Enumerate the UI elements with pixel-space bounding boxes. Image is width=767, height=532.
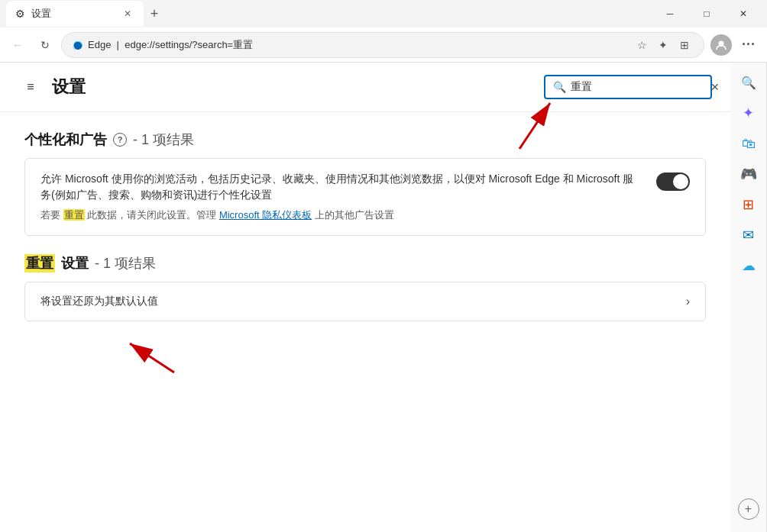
sub-text-suffix: 上的其他广告设置 <box>315 209 394 221</box>
search-icon: 🔍 <box>553 81 566 93</box>
toolbar-icons: ··· <box>709 33 761 57</box>
titlebar: ⚙ 设置 ✕ + ─ □ ✕ <box>0 0 767 27</box>
account-icon[interactable] <box>709 33 733 57</box>
section-personalization-label: 个性化和广告 <box>24 131 107 149</box>
profile-button[interactable] <box>710 34 732 56</box>
personalization-main-text: 允许 Microsoft 使用你的浏览活动，包括历史记录、收藏夹、使用情况和其他… <box>40 171 644 203</box>
sub-text-prefix: 若要 <box>40 209 60 221</box>
rail-outlook-button[interactable]: ✉ <box>735 221 762 249</box>
personalization-toggle[interactable] <box>656 172 690 191</box>
main-layout: ≡ 设置 🔍 ✕ 个性化和广告 ? - 1 项结果 <box>0 63 767 532</box>
settings-header: ≡ 设置 🔍 ✕ <box>0 63 730 112</box>
minimize-button[interactable]: ─ <box>652 0 688 27</box>
reset-chevron-icon: › <box>686 295 690 308</box>
section-personalization: 个性化和广告 ? - 1 项结果 允许 Microsoft 使用你的浏览活动，包… <box>24 131 706 236</box>
personalization-card-text: 允许 Microsoft 使用你的浏览活动，包括历史记录、收藏夹、使用情况和其他… <box>40 171 656 223</box>
favorites-icon[interactable]: ☆ <box>632 35 652 55</box>
rail-shop-button[interactable]: 🛍 <box>735 130 762 157</box>
section-reset-highlight: 重置 <box>24 254 55 272</box>
address-actions: ☆ ✦ ⊞ <box>632 35 694 55</box>
settings-body-wrapper: 个性化和广告 ? - 1 项结果 允许 Microsoft 使用你的浏览活动，包… <box>0 112 730 340</box>
privacy-dashboard-link[interactable]: Microsoft 隐私仪表板 <box>219 209 312 221</box>
tab-title: 设置 <box>31 7 51 21</box>
back-button[interactable]: ← <box>6 34 29 56</box>
search-input[interactable] <box>571 81 704 93</box>
tab-settings-icon: ⚙ <box>15 8 25 20</box>
personalization-sub-text: 若要 重置 此数据，请关闭此设置。管理 Microsoft 隐私仪表板 上的其他… <box>40 208 644 223</box>
more-button[interactable]: ··· <box>736 33 761 57</box>
settings-title: 设置 <box>52 76 86 98</box>
personalization-card-row: 允许 Microsoft 使用你的浏览活动，包括历史记录、收藏夹、使用情况和其他… <box>40 171 690 223</box>
rail-add-button[interactable]: + <box>738 498 759 520</box>
window-controls: ─ □ ✕ <box>652 0 761 27</box>
search-clear-button[interactable]: ✕ <box>709 79 721 95</box>
settings-body: 个性化和广告 ? - 1 项结果 允许 Microsoft 使用你的浏览活动，包… <box>0 112 730 340</box>
section-reset-label: 设置 <box>61 254 89 272</box>
maximize-button[interactable]: □ <box>689 0 724 27</box>
rail-copilot-button[interactable]: ✦ <box>735 99 762 127</box>
rail-search-button[interactable]: 🔍 <box>735 69 762 96</box>
address-url: edge://settings/?search=重置 <box>125 39 253 50</box>
section-personalization-title: 个性化和广告 ? - 1 项结果 <box>24 131 706 149</box>
refresh-button[interactable]: ↻ <box>34 34 57 56</box>
section-reset-result: - 1 项结果 <box>95 254 156 272</box>
menu-button[interactable]: ≡ <box>18 75 43 99</box>
sub-text-highlight: 重置 <box>63 209 85 221</box>
close-button[interactable]: ✕ <box>726 0 761 27</box>
section-personalization-result: - 1 项结果 <box>133 131 194 149</box>
personalization-card: 允许 Microsoft 使用你的浏览活动，包括历史记录、收藏夹、使用情况和其他… <box>24 158 706 236</box>
rail-games-button[interactable]: 🎮 <box>735 160 762 188</box>
address-field[interactable]: Edge | edge://settings/?search=重置 ☆ ✦ ⊞ <box>61 32 704 58</box>
settings-content: ≡ 设置 🔍 ✕ 个性化和广告 ? - 1 项结果 <box>0 63 730 532</box>
active-tab[interactable]: ⚙ 设置 ✕ <box>6 1 144 27</box>
tab-close-button[interactable]: ✕ <box>121 7 134 21</box>
section-reset-title: 重置 设置 - 1 项结果 <box>24 254 706 272</box>
sidebar-rail: 🔍 ✦ 🛍 🎮 ⊞ ✉ ☁ + <box>730 63 767 532</box>
addressbar: ← ↻ Edge | edge://settings/?search=重置 ☆ … <box>0 27 767 63</box>
edge-logo-icon <box>71 39 83 51</box>
sub-text-middle: 此数据，请关闭此设置。管理 <box>87 209 216 221</box>
address-text: Edge | edge://settings/?search=重置 <box>88 38 627 52</box>
new-tab-button[interactable]: + <box>144 3 165 24</box>
collections-icon[interactable]: ⊞ <box>675 35 694 55</box>
help-icon[interactable]: ? <box>113 133 127 147</box>
reset-defaults-text: 将设置还原为其默认认值 <box>40 295 686 308</box>
section-reset: 重置 设置 - 1 项结果 将设置还原为其默认认值 › <box>24 254 706 321</box>
edge-label: Edge <box>88 39 111 50</box>
search-box[interactable]: 🔍 ✕ <box>544 75 712 99</box>
favorites-filled-icon[interactable]: ✦ <box>653 35 673 55</box>
rail-onedrive-button[interactable]: ☁ <box>735 252 762 279</box>
reset-defaults-card[interactable]: 将设置还原为其默认认值 › <box>24 282 706 321</box>
rail-office-button[interactable]: ⊞ <box>735 191 762 218</box>
